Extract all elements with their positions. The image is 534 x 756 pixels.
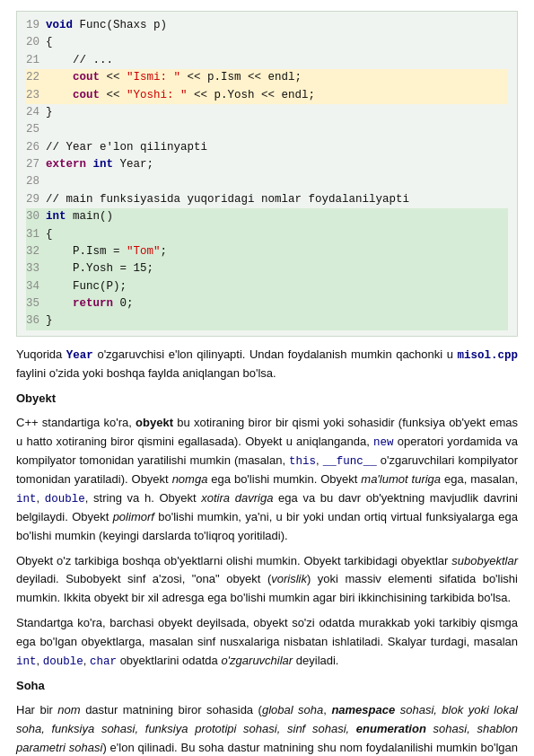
namespace-bold-italic: namespace <box>331 703 395 716</box>
string-literal: "Ismi: " <box>127 71 180 84</box>
code-text: } <box>46 314 53 327</box>
func-ref: __func__ <box>323 455 377 468</box>
code-line: 29// main funksiyasida yuqoridagi nomlar… <box>26 191 508 208</box>
code-text: << p.Yosh << endl; <box>188 89 316 101</box>
para-obyekt-2: Obyekt o'z tarkibiga boshqa ob'yektlarni… <box>16 552 518 608</box>
code-text: Func(Shaxs p) <box>73 19 167 31</box>
keyword2: cout <box>46 89 100 101</box>
code-line: 36} <box>26 312 508 330</box>
nomga-italic: nomga <box>172 472 208 486</box>
keyword2: extern <box>46 158 86 171</box>
line-number: 22 <box>26 69 46 86</box>
line-number: 19 <box>26 17 46 34</box>
code-text: P.Yosh = 15; <box>46 262 153 275</box>
malumot-italic: ma'lumot turiga <box>361 472 441 486</box>
line-number: 35 <box>26 295 46 312</box>
this-ref: this <box>289 455 316 468</box>
line-number: 27 <box>26 156 46 173</box>
code-line: 26// Year e'lon qilinyapti <box>26 139 508 156</box>
new-ref: new <box>373 436 394 449</box>
code-text: Func(P); <box>46 280 127 293</box>
soha-heading: Soha <box>16 677 518 696</box>
code-text: // ... <box>46 54 113 66</box>
line-number: 26 <box>26 139 46 156</box>
para-soha-1: Har bir nom dastur matnining biror sohas… <box>16 701 518 756</box>
code-line: 30int main() <box>26 208 508 225</box>
code-text: { <box>46 36 53 48</box>
line-number: 20 <box>26 34 46 51</box>
obyekt-bold: obyekt <box>136 416 173 429</box>
code-line: 33 P.Yosh = 15; <box>26 260 508 277</box>
line-number: 23 <box>26 87 46 104</box>
code-text: } <box>46 106 53 119</box>
code-text: << <box>100 89 127 101</box>
int-ref: int <box>16 493 37 505</box>
line-number: 36 <box>26 312 46 330</box>
code-line: 34 Func(P); <box>26 278 508 295</box>
page: 19void Func(Shaxs p)20{21 // ...22 cout … <box>0 0 534 756</box>
code-text: << <box>100 71 127 84</box>
string-literal: "Tom" <box>127 245 161 258</box>
double-ref2: double <box>43 655 83 668</box>
nom-italic: nom <box>57 703 80 716</box>
double-ref: double <box>45 493 85 505</box>
code-block: 19void Func(Shaxs p)20{21 // ...22 cout … <box>16 11 518 337</box>
code-line: 28 <box>26 173 508 190</box>
line-number: 21 <box>26 52 46 69</box>
code-text: Year; <box>113 158 153 171</box>
line-number: 29 <box>26 191 46 208</box>
char-ref: char <box>90 655 117 668</box>
code-text: << p.Ism << endl; <box>180 71 302 84</box>
line-number: 25 <box>26 121 46 138</box>
para-obyekt-1: C++ standartiga ko'ra, obyekt bu xotiran… <box>16 414 518 545</box>
year-ref: Year <box>66 349 93 362</box>
polimorf-italic: polimorf <box>113 510 154 523</box>
line-number: 30 <box>26 208 46 225</box>
code-text: // main funksiyasida yuqoridagi nomlar f… <box>46 193 409 206</box>
code-text: P.Ism = <box>46 245 127 258</box>
line-number: 24 <box>26 104 46 121</box>
global-italic: global soha <box>262 703 323 716</box>
code-line: 20{ <box>26 34 508 51</box>
code-text <box>86 158 93 171</box>
code-text: ; <box>161 245 168 258</box>
xotira-italic: xotira davriga <box>201 491 273 505</box>
para-obyekt-3: Standartga ko'ra, barchasi obyekt deyils… <box>16 614 518 671</box>
code-line: 21 // ... <box>26 52 508 69</box>
code-line: 27extern int Year; <box>26 156 508 173</box>
int-ref2: int <box>16 655 37 668</box>
keyword: int <box>93 158 114 171</box>
line-number: 34 <box>26 278 46 295</box>
code-text: { <box>46 228 53 241</box>
code-line: 31{ <box>26 226 508 243</box>
subob-italic: subobyektlar <box>451 554 518 567</box>
code-text: 0; <box>113 297 134 310</box>
keyword: int <box>46 210 66 223</box>
code-text: // Year e'lon qilinyapti <box>46 141 207 154</box>
vorislik-italic: vorislik <box>271 572 307 585</box>
code-line: 24} <box>26 104 508 121</box>
prose-section: Yuqorida Year o'zgaruvchisi e'lon qiliny… <box>16 346 518 756</box>
line-number: 31 <box>26 226 46 243</box>
code-line: 25 <box>26 121 508 138</box>
section-obyekt-title: Obyekt <box>16 390 518 409</box>
code-text: main() <box>66 210 114 223</box>
keyword2: return <box>73 297 113 310</box>
keyword: void <box>46 19 73 31</box>
ozgaruvchilar-italic: o'zgaruvchilar <box>221 654 293 667</box>
code-line: 22 cout << "Ismi: " << p.Ism << endl; <box>26 69 508 86</box>
misol-ref: misol.cpp <box>457 349 518 362</box>
line-number: 32 <box>26 243 46 260</box>
line-number: 33 <box>26 260 46 277</box>
obyekt-heading: Obyekt <box>16 390 518 409</box>
string-literal: "Yoshi: " <box>127 89 188 101</box>
section-soha-title: Soha <box>16 677 518 696</box>
code-line: 23 cout << "Yoshi: " << p.Yosh << endl; <box>26 87 508 104</box>
code-text <box>46 297 73 310</box>
enum-bold-italic: enumeration <box>356 722 426 735</box>
code-line: 32 P.Ism = "Tom"; <box>26 243 508 260</box>
code-line: 35 return 0; <box>26 295 508 312</box>
para-year: Yuqorida Year o'zgaruvchisi e'lon qiliny… <box>16 346 518 383</box>
keyword2: cout <box>46 71 100 84</box>
line-number: 28 <box>26 173 46 190</box>
